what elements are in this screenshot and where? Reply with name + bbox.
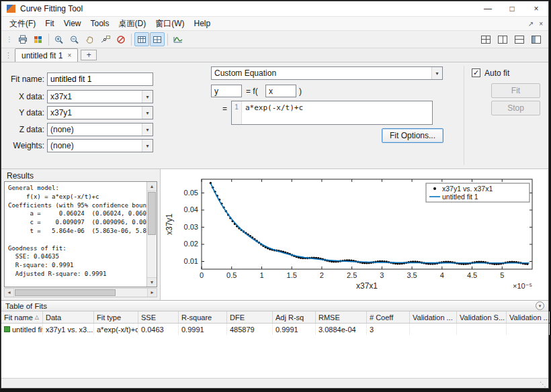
svg-text:0.01: 0.01 xyxy=(184,257,198,265)
weights-select[interactable]: (none) ▾ xyxy=(47,139,153,152)
toolbar-grip[interactable]: ⋮ xyxy=(4,36,15,43)
tab-untitled-fit-1[interactable]: untitled fit 1 × xyxy=(15,48,78,62)
custom-equation-editor[interactable]: 1 a*exp(-x/t)+c xyxy=(231,101,433,125)
minimize-button[interactable]: — xyxy=(476,1,500,16)
svg-text:0: 0 xyxy=(200,271,204,279)
cell-validation-3 xyxy=(507,324,550,335)
zoom-out-icon xyxy=(69,35,80,44)
fit-plot-canvas[interactable]: 00.511.522.533.544.550.010.020.030.040.0… xyxy=(161,171,550,299)
menu-item-window[interactable]: 窗口(W) xyxy=(151,17,189,31)
exclude-outliers-button[interactable] xyxy=(114,32,128,46)
tab-close-icon[interactable]: × xyxy=(67,52,71,59)
fit-type-select[interactable]: Custom Equation ▾ xyxy=(211,66,443,80)
menu-item-fit[interactable]: Fit xyxy=(40,17,58,30)
auto-fit-checkbox[interactable]: ✓ xyxy=(472,68,480,77)
zoom-out-button[interactable] xyxy=(67,32,82,46)
contour-plot-toggle-button[interactable] xyxy=(171,32,185,46)
menu-item-help[interactable]: Help xyxy=(189,17,215,30)
status-bar: ⋱ xyxy=(1,378,548,388)
independent-variable-box[interactable]: x xyxy=(265,85,296,97)
column-header-r-square[interactable]: R-square xyxy=(179,311,227,323)
column-header-dfe[interactable]: DFE xyxy=(227,311,273,323)
column-header-adj-r-sq[interactable]: Adj R-sq xyxy=(273,311,316,323)
column-header-validation-1[interactable]: Validation ... xyxy=(410,311,457,323)
results-box: General model: f(x) = a*exp(-x/t)+c Coef… xyxy=(4,181,157,287)
fit-settings-panel: Fit name: X data: x37x1 ▾ Y data: x37y1 … xyxy=(1,62,548,169)
resize-grip[interactable]: ⋱ xyxy=(540,381,546,388)
fit-options-button[interactable]: Fit Options... xyxy=(382,128,443,143)
layout-left-pane-button[interactable] xyxy=(529,32,544,46)
layout-columns-button[interactable] xyxy=(495,32,510,46)
svg-text:2: 2 xyxy=(320,271,324,279)
menu-item-tools[interactable]: Tools xyxy=(85,17,114,30)
svg-text:×10⁻⁵: ×10⁻⁵ xyxy=(513,282,532,290)
tab-bar-grip[interactable]: ⋮ xyxy=(1,51,15,62)
svg-text:5: 5 xyxy=(500,271,504,279)
z-data-select[interactable]: (none) ▾ xyxy=(47,123,153,136)
residuals-plot-toggle-button[interactable] xyxy=(150,32,165,46)
menu-item-view[interactable]: View xyxy=(59,17,86,30)
data-cursor-icon xyxy=(100,35,111,44)
column-header-rmse[interactable]: RMSE xyxy=(316,311,367,323)
scroll-right-icon[interactable]: ▸ xyxy=(147,289,157,297)
column-header-sse[interactable]: SSE xyxy=(138,311,179,323)
vertical-scroll-thumb[interactable] xyxy=(148,192,156,235)
chevron-down-icon: ▾ xyxy=(142,91,153,103)
svg-text:1: 1 xyxy=(259,271,263,279)
layout-rows-icon xyxy=(515,36,524,44)
layout-rows-button[interactable] xyxy=(512,32,527,46)
column-header-fit-name[interactable]: Fit name△ xyxy=(1,311,43,323)
main-plot-toggle-button[interactable] xyxy=(134,32,149,46)
column-header-fit-type[interactable]: Fit type xyxy=(94,311,138,323)
column-header-validation-2[interactable]: Validation S... xyxy=(457,311,507,323)
zoom-in-button[interactable] xyxy=(52,32,67,46)
menu-item-desktop[interactable]: 桌面(D) xyxy=(114,17,151,31)
results-horizontal-scrollbar: ◂ ▸ xyxy=(4,288,157,297)
window-controls: — □ × xyxy=(476,1,548,16)
cell-adj-r-sq: 0.9991 xyxy=(273,324,316,335)
layout-grid-button[interactable] xyxy=(478,32,493,46)
grid-view-icon xyxy=(152,35,163,44)
undock-icon[interactable]: ↗ xyxy=(526,20,536,28)
new-fit-tab-button[interactable]: + xyxy=(81,50,97,60)
cell-text: untitled fit... xyxy=(12,326,43,334)
cell-r-square: 0.9991 xyxy=(179,324,227,335)
toolbar-separator xyxy=(131,34,132,46)
scroll-down-icon[interactable]: ▾ xyxy=(147,277,157,287)
print-button[interactable] xyxy=(15,32,30,46)
table-of-fits-titlebar: Table of Fits ▾ xyxy=(1,301,548,311)
menu-bar: 文件(F) Fit View Tools 桌面(D) 窗口(W) Help ↗ … xyxy=(1,17,548,31)
cell-fit-name: untitled fit... xyxy=(1,324,43,335)
fit-button[interactable]: Fit xyxy=(491,83,540,98)
column-header-num-coeff[interactable]: # Coeff xyxy=(367,311,410,323)
svg-text:3: 3 xyxy=(380,271,384,279)
svg-text:3.5: 3.5 xyxy=(407,271,417,279)
horizontal-scroll-thumb[interactable] xyxy=(15,289,116,296)
equation-formula[interactable]: a*exp(-x/t)+c xyxy=(242,101,306,124)
data-cursor-button[interactable] xyxy=(98,32,113,46)
fit-name-input[interactable] xyxy=(47,72,153,86)
pan-button[interactable] xyxy=(83,32,97,46)
column-header-validation-3[interactable]: Validation ... xyxy=(507,311,550,323)
scroll-up-icon[interactable]: ▴ xyxy=(147,182,157,191)
menu-item-file[interactable]: 文件(F) xyxy=(5,17,40,31)
panel-close-icon[interactable]: × xyxy=(537,20,545,28)
toolbar-separator xyxy=(48,34,49,46)
svg-text:4: 4 xyxy=(440,271,444,279)
column-header-data[interactable]: Data xyxy=(43,311,94,323)
menu-bar-dock-controls: ↗ × xyxy=(526,20,548,28)
close-button[interactable]: × xyxy=(524,1,548,16)
table-of-fits-panel: Table of Fits ▾ Fit name△ Data Fit type … xyxy=(1,300,548,378)
stop-button[interactable]: Stop xyxy=(491,101,540,115)
scroll-left-icon[interactable]: ◂ xyxy=(5,289,14,297)
legend-toggle-button[interactable] xyxy=(31,32,46,46)
equation-equals-text: = xyxy=(222,104,227,113)
dependent-variable-box[interactable]: y xyxy=(211,85,242,97)
table-row[interactable]: untitled fit... x37y1 vs. x3... a*exp(-x… xyxy=(1,324,548,335)
x-data-select[interactable]: x37x1 ▾ xyxy=(47,90,153,103)
z-data-label: Z data: xyxy=(7,125,44,134)
equation-f-close-text: ) xyxy=(299,87,302,96)
maximize-button[interactable]: □ xyxy=(500,1,524,16)
y-data-select[interactable]: x37y1 ▾ xyxy=(47,106,153,119)
collapse-panel-icon[interactable]: ▾ xyxy=(536,301,544,310)
